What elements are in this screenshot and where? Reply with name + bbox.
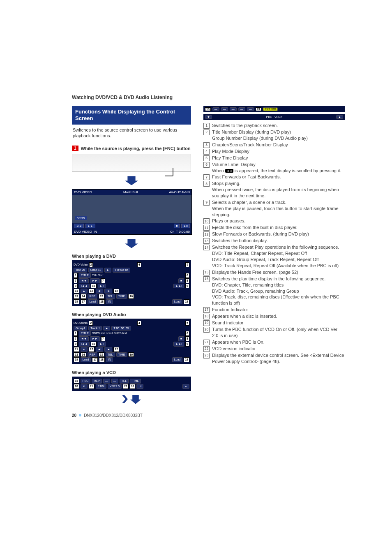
dvda-eject[interactable]: ▲ (81, 347, 88, 352)
dvda-stop[interactable]: ■ (178, 336, 184, 341)
left-column: Functions While Displaying the Control S… (72, 106, 191, 404)
dvda-sf[interactable]: I► (104, 347, 112, 352)
dvda-pp[interactable]: ►II (98, 342, 106, 347)
rew-btn[interactable]: ◄◄ (79, 278, 89, 283)
vcd-dash1[interactable]: — (103, 379, 110, 384)
dvda-track[interactable]: Track 1 (88, 326, 102, 331)
annotation-item: 23Displays the external device control s… (203, 352, 345, 365)
annotation-text: Displays the external device control scr… (212, 352, 345, 365)
model-string: DNX8120/DDX812/DDX8032BT (84, 413, 143, 418)
vcd-down[interactable]: ▼ (81, 384, 88, 389)
annotation-text: Turns the PBC function of VCD On or Off.… (212, 326, 345, 339)
dvd-chap[interactable]: Chap 12 (88, 268, 103, 273)
annotation-item: 20Turns the PBC function of VCD On or Of… (203, 326, 345, 339)
tel-btn[interactable]: TEL (106, 294, 115, 299)
dvda-tel[interactable]: TEL (106, 352, 115, 357)
annotation-index: 12 (203, 231, 210, 237)
dvda-timebtn[interactable]: TIME (116, 352, 127, 357)
vcd-dash2[interactable]: — (111, 379, 118, 384)
annotation-item: 9Selects a chapter, a scene or a track.W… (203, 199, 345, 218)
ss-fwd[interactable]: ►► (85, 224, 95, 228)
ff-btn[interactable]: ►► (90, 278, 100, 283)
annotation-index: 21 (203, 340, 210, 345)
step-badge: 1 (72, 146, 78, 151)
dvd-title[interactable]: Title 25 (74, 268, 87, 273)
annot-pbc: PBC (266, 116, 272, 118)
annotation-text: Selects a chapter, a scene or a track.Wh… (212, 199, 345, 218)
dvda-rep[interactable]: REP (88, 352, 97, 357)
annotation-item: 2Title Number Display (during DVD play)G… (203, 129, 345, 141)
dvda-ff[interactable]: ►► (90, 336, 100, 341)
playpause-btn[interactable]: ►II (98, 284, 106, 289)
vcd-pbm: P.BM (96, 384, 106, 389)
ss-stop[interactable]: ■ (174, 224, 180, 228)
dvda-group[interactable]: Group1 (74, 326, 87, 331)
ss-title-right: AV-OUT:AV-IN (169, 190, 190, 194)
annotation-item: 16Switches the play time display in the … (203, 276, 345, 306)
scrn-button[interactable]: SCRN (75, 216, 87, 220)
eject-btn[interactable]: ▲ (81, 289, 88, 294)
vcd-pbc[interactable]: PBC (81, 379, 90, 384)
prev-btn[interactable]: I◄◄ (79, 284, 90, 289)
next-btn[interactable]: ►►I (173, 284, 184, 289)
vcd-up[interactable]: ▲ (182, 384, 189, 389)
top-annot-bar2: ▼ PBC VER2 ▲ (203, 114, 345, 120)
slowfwd-btn[interactable]: I► (104, 289, 112, 294)
annotation-text: Displays the Hands Free screen. (page 52… (212, 269, 345, 275)
time-btn[interactable]: TIME (116, 294, 127, 299)
page-number: 20 (72, 413, 76, 418)
right-column: 13 ——— —— 23 EXT SW ▼ PBC VER2 ▲ 1Switch… (203, 106, 345, 404)
title-text: Title Text (92, 273, 104, 278)
dvda-load2: Load (172, 357, 183, 362)
stop-btn[interactable]: ■ (178, 278, 184, 283)
dvda-rew[interactable]: ◄◄ (79, 336, 89, 341)
annotation-item: 18Appears when a disc is inserted. (203, 313, 345, 319)
ss-source: DVD VIDEO (74, 230, 92, 234)
dvda-time: T 00: 00: 05 (111, 326, 131, 331)
screenshot-main: DVD VIDEO Mode:Full AV-OUT:AV-IN SCRN ◄◄… (72, 189, 192, 235)
dvda-sr[interactable]: ◄I (96, 347, 104, 352)
ss-title-mid: Mode:Full (123, 190, 138, 194)
annot-down[interactable]: ▼ (205, 115, 212, 119)
annotation-list: 1Switches to the playback screen.2Title … (203, 123, 345, 364)
dvda-scroll: SNPS text scroll SNPS text (92, 331, 127, 335)
dvda-prev[interactable]: I◄◄ (79, 342, 90, 347)
annotation-item: 7Fast Forwards or Fast Backwards. (203, 174, 345, 180)
dvda-next[interactable]: ►►I (173, 342, 184, 347)
dvd-ui: DVD Video 2 4 5 Title 25 Chap 12 ► T 0: … (72, 260, 191, 306)
top-annot-bar: 13 ——— —— 23 EXT SW (203, 106, 345, 112)
annot-up[interactable]: ▲ (336, 115, 343, 119)
slowrew-btn[interactable]: ◄I (96, 289, 104, 294)
vcd-rep[interactable]: REP (92, 379, 101, 384)
subhead-dvd: When playing a DVD (72, 254, 191, 259)
annotation-item: 19Sound indicator (203, 320, 345, 326)
annotation-text: Switches the play time display in the fo… (212, 276, 345, 306)
rep-btn[interactable]: REP (88, 294, 97, 299)
annotation-index: 4 (203, 149, 210, 155)
dvd-time: T 0: 00: 05 (113, 268, 130, 273)
annotation-item: 8Stops playing.When pressed twice, the d… (203, 180, 345, 199)
ss-play[interactable]: ►II (181, 224, 190, 228)
annotation-item: 3Chapter/Scene/Track Number Display (203, 142, 345, 148)
annot-ver: VER2 (274, 116, 282, 118)
arrow-down-icon (125, 239, 138, 248)
ss-rew[interactable]: ◄◄ (74, 224, 84, 228)
annotation-index: 3 (203, 142, 210, 148)
vcd-tel[interactable]: TEL (120, 379, 129, 384)
annotation-text: Plays or pauses. (212, 218, 345, 224)
next-page-arrow (72, 395, 191, 404)
ss-title-left: DVD VIDEO (74, 190, 92, 194)
annotation-item: 21Appears when PBC is On. (203, 339, 345, 345)
vcd-time[interactable]: TIME (130, 379, 141, 384)
dvd-play[interactable]: ► (104, 268, 111, 273)
annotation-item: 14Switches the Repeat Play operations in… (203, 244, 345, 268)
annotation-item: 10Plays or pauses. (203, 218, 345, 224)
num-23: 23 (256, 107, 261, 111)
num-20: 20 (74, 384, 79, 389)
annotation-text: Slow Forwards or Backwards. (during DVD … (212, 231, 345, 237)
annotation-text: Switches to the playback screen. (212, 123, 345, 129)
load-ind: Load (88, 299, 98, 304)
ext-sw-btn[interactable]: EXT SW (263, 107, 278, 111)
annotation-item: 13Switches the button display. (203, 238, 345, 244)
dvda-play[interactable]: ► (103, 326, 110, 331)
